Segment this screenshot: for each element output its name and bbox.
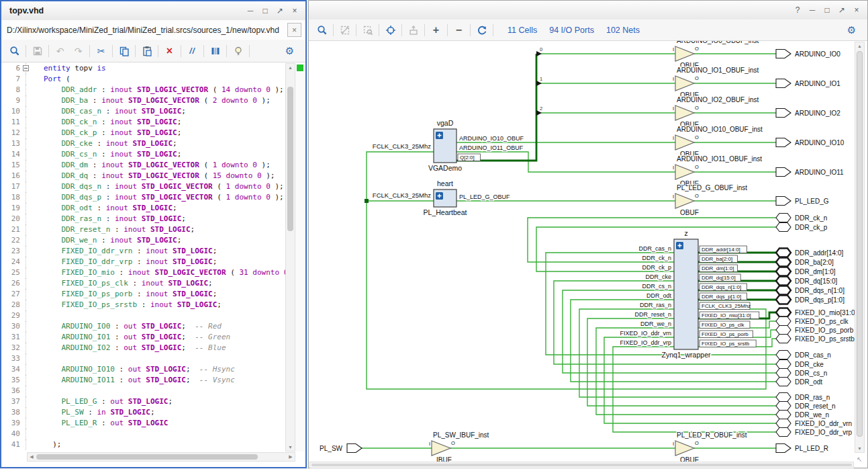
schematic-hscroll-thumb[interactable] bbox=[311, 464, 852, 466]
minus-button[interactable]: − bbox=[450, 22, 468, 39]
port-ARDUINO_IO10[interactable] bbox=[776, 138, 791, 147]
code-line[interactable]: 33 bbox=[1, 353, 286, 364]
close-window-icon[interactable]: × bbox=[851, 5, 862, 15]
editor-titlebar[interactable]: topv.vhd ─□↗× bbox=[1, 1, 305, 21]
code-line[interactable]: 7Port ( bbox=[1, 74, 286, 85]
scroll-right-icon[interactable]: ▶ bbox=[287, 453, 295, 461]
port-DDR_ck_n[interactable] bbox=[776, 214, 791, 222]
float-window-icon[interactable]: ↗ bbox=[836, 5, 847, 15]
code-line[interactable]: 10 DDR_cas_n : inout STD_LOGIC; bbox=[1, 106, 286, 117]
port-DDR_dm[1:0][interactable] bbox=[776, 267, 791, 276]
save-button[interactable] bbox=[28, 42, 46, 60]
port-PL_SW[interactable] bbox=[347, 444, 362, 453]
port-DDR_ras_n[interactable] bbox=[776, 393, 791, 402]
code-line[interactable]: 12 DDR_ck_p : inout STD_LOGIC; bbox=[1, 128, 286, 138]
port-FIXED_IO_ps_srstb[interactable] bbox=[776, 335, 791, 343]
code-line[interactable]: 16 DDR_dq : inout STD_LOGIC_VECTOR ( 15 … bbox=[1, 171, 286, 181]
paste-button[interactable] bbox=[138, 42, 156, 60]
code-line[interactable]: 40 bbox=[1, 429, 286, 439]
expand-plus-icon[interactable] bbox=[436, 132, 443, 139]
port-PL_LED_R[interactable] bbox=[776, 444, 791, 453]
port-ARDUINO_IO2[interactable] bbox=[776, 109, 791, 118]
code-line[interactable]: 28 FIXED_IO_ps_srstb : inout STD_LOGIC; bbox=[1, 300, 286, 310]
toggle-comment-button[interactable]: // bbox=[183, 42, 201, 60]
editor-horizontal-scrollbar[interactable]: ◀ ▶ bbox=[27, 452, 295, 462]
port-DDR_we_n[interactable] bbox=[776, 411, 791, 419]
code-line[interactable]: 35 ARDUINO_IO11 : out STD_LOGIC; -- Vsyn… bbox=[1, 375, 286, 386]
code-line[interactable]: 39 PL_LED_R : out STD_LOGIC bbox=[1, 418, 286, 429]
cell-ARDUINO_IO2_OBUF_inst[interactable] bbox=[675, 105, 694, 120]
code-line[interactable]: 26 FIXED_IO_ps_clk : inout STD_LOGIC; bbox=[1, 278, 286, 289]
code-line[interactable]: 6entity topv is bbox=[1, 63, 286, 74]
stat-link-nets[interactable]: 102 Nets bbox=[606, 26, 640, 35]
cut-button[interactable]: ✂ bbox=[92, 42, 110, 60]
float-window-icon[interactable]: ↗ bbox=[275, 5, 285, 16]
code-line[interactable]: 14 DDR_cs_n : inout STD_LOGIC; bbox=[1, 149, 286, 160]
port-ARDUINO_IO1[interactable] bbox=[776, 79, 791, 88]
code-line[interactable]: 41 ); bbox=[1, 439, 286, 450]
fold-collapse-icon[interactable] bbox=[23, 65, 29, 71]
cell-PL_LED_G_OBUF_inst[interactable] bbox=[675, 194, 694, 208]
editor-hscroll-thumb[interactable] bbox=[36, 454, 258, 460]
cell-ARDUINO_IO1_OBUF_inst[interactable] bbox=[675, 76, 694, 91]
code-line[interactable]: 34 ARDUINO_IO10 : out STD_LOGIC; -- Hsyn… bbox=[1, 364, 286, 375]
port-ARDUINO_IO0[interactable] bbox=[776, 50, 791, 58]
port-DDR_cas_n[interactable] bbox=[776, 351, 791, 359]
code-line[interactable]: 32 ARDUINO_IO2 : out STD_LOGIC; -- Blue bbox=[1, 343, 286, 353]
code-line[interactable]: 11 DDR_ck_n : inout STD_LOGIC; bbox=[1, 117, 286, 128]
code-line[interactable]: 19 DDR_odt : inout STD_LOGIC; bbox=[1, 203, 286, 214]
schematic-vertical-scrollbar[interactable]: ▲ ▼ bbox=[855, 42, 865, 453]
code-line[interactable]: 31 ARDUINO_IO1 : out STD_LOGIC; -- Green bbox=[1, 332, 286, 343]
code-line[interactable]: 23 FIXED_IO_ddr_vrn : inout STD_LOGIC; bbox=[1, 246, 286, 257]
schematic-horizontal-scrollbar[interactable] bbox=[309, 462, 854, 468]
schematic-svg[interactable]: 012vgaDVGADemoARDUINO_IO10_OBUFARDUINO_I… bbox=[309, 41, 855, 462]
find-button[interactable] bbox=[5, 42, 23, 60]
code-line[interactable]: 21 DDR_reset_n : inout STD_LOGIC; bbox=[1, 224, 286, 235]
cell-PL_LED_R_OBUF_inst[interactable] bbox=[675, 441, 694, 456]
port-DDR_dqs_n[1:0][interactable] bbox=[776, 286, 791, 295]
port-DDR_addr[14:0][interactable] bbox=[776, 249, 791, 257]
stat-link-ports[interactable]: 94 I/O Ports bbox=[549, 26, 594, 35]
code-line[interactable]: 36 bbox=[1, 386, 286, 396]
port-DDR_cs_n[interactable] bbox=[776, 369, 791, 378]
zoom-selection-button[interactable] bbox=[358, 22, 377, 39]
minimize-window-icon[interactable]: ─ bbox=[807, 5, 818, 15]
port-DDR_ck_p[interactable] bbox=[776, 223, 791, 232]
maximize-window-icon[interactable]: □ bbox=[260, 5, 271, 16]
port-DDR_odt[interactable] bbox=[776, 378, 791, 386]
expand-selection-button[interactable] bbox=[404, 22, 422, 39]
toggle-columns-button[interactable] bbox=[206, 42, 224, 60]
code-line[interactable]: 25 FIXED_IO_mio : inout STD_LOGIC_VECTOR… bbox=[1, 267, 286, 278]
schematic-vscroll-thumb[interactable] bbox=[857, 51, 863, 437]
copy-button[interactable] bbox=[115, 42, 133, 60]
code-line[interactable]: 9 DDR_ba : inout STD_LOGIC_VECTOR ( 2 do… bbox=[1, 95, 286, 106]
cell-ARDUINO_IO0_OBUF_inst[interactable] bbox=[675, 46, 694, 61]
code-line[interactable]: 8 DDR_addr : inout STD_LOGIC_VECTOR ( 14… bbox=[1, 85, 286, 95]
help-window-icon[interactable]: ? bbox=[792, 5, 803, 15]
code-line[interactable]: 38 PL_SW : in STD_LOGIC; bbox=[1, 407, 286, 418]
change-marker[interactable] bbox=[297, 65, 303, 71]
scroll-left-icon[interactable]: ◀ bbox=[28, 453, 36, 461]
port-PL_LED_G[interactable] bbox=[776, 197, 791, 206]
schematic-titlebar[interactable]: ?─□↗× bbox=[309, 1, 867, 20]
regenerate-button[interactable] bbox=[473, 22, 491, 39]
scroll-up-icon[interactable]: ▲ bbox=[855, 42, 864, 50]
code-line[interactable]: 37 PL_LED_G : out STD_LOGIC; bbox=[1, 396, 286, 407]
code-line[interactable]: 22 DDR_we_n : inout STD_LOGIC; bbox=[1, 235, 286, 246]
maximize-window-icon[interactable]: □ bbox=[822, 5, 832, 15]
code-line[interactable]: 15 DDR_dm : inout STD_LOGIC_VECTOR ( 1 d… bbox=[1, 160, 286, 171]
code-line[interactable]: 18 DDR_dqs_p : inout STD_LOGIC_VECTOR ( … bbox=[1, 192, 286, 203]
port-FIXED_IO_mio[31:0][interactable] bbox=[776, 308, 791, 317]
code-line[interactable]: 24 FIXED_IO_ddr_vrp : inout STD_LOGIC; bbox=[1, 257, 286, 267]
port-DDR_reset_n[interactable] bbox=[776, 402, 791, 411]
port-DDR_dq[15:0][interactable] bbox=[776, 277, 791, 286]
settings-button[interactable]: ⚙ bbox=[842, 22, 861, 39]
scroll-down-icon[interactable]: ▼ bbox=[855, 445, 864, 452]
zoom-fit-button[interactable] bbox=[336, 22, 354, 39]
port-FIXED_IO_ps_clk[interactable] bbox=[776, 317, 791, 326]
expand-plus-icon[interactable] bbox=[436, 192, 443, 200]
code-line[interactable]: 20 DDR_ras_n : inout STD_LOGIC; bbox=[1, 214, 286, 224]
minimize-window-icon[interactable]: ─ bbox=[245, 5, 256, 16]
port-FIXED_IO_ps_porb[interactable] bbox=[776, 326, 791, 335]
autofit-selection-button[interactable] bbox=[381, 22, 399, 39]
